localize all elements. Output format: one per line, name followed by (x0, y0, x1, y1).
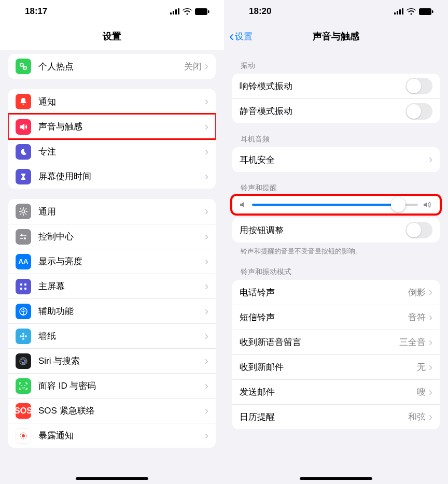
chevron-right-icon: › (205, 355, 208, 367)
slider-track[interactable] (252, 204, 418, 206)
moon-icon (16, 144, 31, 160)
section-headphone: 耳机音频 (241, 135, 431, 144)
settings-screen: 18:17 设置 个人热点 关闭 › (0, 0, 224, 484)
row-label: 电话铃声 (240, 287, 408, 298)
row-value: 嗖 (417, 386, 426, 398)
row-focus[interactable]: 专注 › (8, 139, 216, 164)
page-title: 设置 (103, 30, 121, 42)
row-siri-search[interactable]: Siri 与搜索 › (8, 348, 216, 373)
row-label: 专注 (38, 146, 205, 158)
chevron-right-icon: › (429, 387, 432, 398)
group-button-adjust: 用按钮调整 (232, 218, 440, 243)
row-label: 屏幕使用时间 (38, 170, 205, 182)
svg-rect-0 (170, 12, 172, 15)
row-label: 收到新邮件 (240, 361, 417, 373)
row-label: 耳机安全 (240, 154, 429, 166)
volume-slider[interactable] (232, 196, 440, 213)
chevron-right-icon: › (429, 362, 432, 373)
svg-point-18 (20, 335, 22, 337)
svg-rect-27 (394, 12, 396, 15)
row-label: 控制中心 (38, 231, 205, 243)
slider-fill (252, 204, 398, 206)
row-display-brightness[interactable]: AA 显示与亮度 › (8, 249, 216, 274)
group-notifications: 通知 › 声音与触感 › 专注 › 屏幕使用时间 › (8, 89, 216, 189)
row-label: 发送邮件 (240, 386, 417, 398)
svg-point-15 (22, 335, 24, 337)
grid-icon (16, 279, 31, 294)
row-silent-vibrate[interactable]: 静音模式振动 (232, 98, 440, 123)
home-indicator[interactable] (300, 477, 372, 480)
signal-icon (170, 8, 179, 15)
chevron-left-icon: ‹ (229, 29, 234, 44)
svg-point-22 (22, 360, 25, 363)
toggle-silent-vibrate[interactable] (405, 103, 432, 120)
row-label: 显示与亮度 (38, 255, 205, 267)
row-label: 日历提醒 (240, 411, 408, 423)
battery-icon (195, 8, 209, 15)
svg-rect-4 (195, 8, 207, 15)
row-home-screen[interactable]: 主屏幕 › (8, 274, 216, 298)
row-text-tone[interactable]: 短信铃声 音符 › (232, 305, 440, 330)
svg-rect-32 (432, 10, 433, 13)
svg-rect-12 (24, 288, 26, 290)
chevron-right-icon: › (205, 331, 208, 342)
svg-point-16 (22, 333, 24, 335)
row-wallpaper[interactable]: 墙纸 › (8, 323, 216, 348)
row-label: 暴露通知 (38, 430, 205, 442)
chevron-right-icon: › (205, 206, 208, 217)
group-sounds: 电话铃声 倒影 › 短信铃声 音符 › 收到新语音留言 三全音 › 收到新邮件 … (232, 280, 440, 429)
wifi-icon (407, 8, 416, 15)
group-headphone: 耳机安全 › (232, 147, 440, 172)
svg-rect-31 (419, 8, 431, 15)
toggle-ring-vibrate[interactable] (405, 78, 432, 94)
row-face-id[interactable]: 面容 ID 与密码 › (8, 373, 216, 398)
wifi-icon (183, 8, 192, 15)
chevron-right-icon: › (429, 337, 432, 348)
sounds-haptics-screen: 18:20 ‹ 设置 声音与触感 振动 响铃模式振动 静音模式振动 (224, 0, 448, 484)
row-value: 和弦 (408, 411, 426, 423)
ringer-footer: 铃声和提醒的音量不受音量按钮的影响。 (241, 247, 431, 256)
toggle-button-adjust[interactable] (405, 222, 432, 238)
siri-icon (16, 353, 31, 369)
row-label: 用按钮调整 (240, 224, 405, 236)
row-ring-vibrate[interactable]: 响铃模式振动 (232, 74, 440, 98)
row-value: 音符 (408, 311, 426, 323)
row-value: 无 (417, 361, 426, 373)
row-sos[interactable]: SOS SOS 紧急联络 › (8, 398, 216, 423)
row-accessibility[interactable]: 辅助功能 › (8, 298, 216, 323)
row-sounds-haptics[interactable]: 声音与触感 › (8, 114, 216, 139)
row-ringtone[interactable]: 电话铃声 倒影 › (232, 280, 440, 305)
row-label: 声音与触感 (38, 121, 205, 133)
row-button-adjust[interactable]: 用按钮调整 (232, 218, 440, 243)
row-label: 收到新语音留言 (240, 336, 399, 348)
svg-rect-30 (402, 8, 403, 15)
row-headphone-safety[interactable]: 耳机安全 › (232, 147, 440, 172)
svg-point-17 (22, 338, 24, 340)
row-screen-time[interactable]: 屏幕使用时间 › (8, 164, 216, 189)
row-exposure[interactable]: 暴露通知 › (8, 423, 216, 448)
row-voicemail[interactable]: 收到新语音留言 三全音 › (232, 330, 440, 354)
battery-icon (419, 8, 433, 15)
row-general[interactable]: 通用 › (8, 199, 216, 224)
row-label: 个人热点 (38, 61, 184, 73)
row-notifications[interactable]: 通知 › (8, 89, 216, 114)
svg-rect-2 (175, 9, 177, 15)
slider-thumb[interactable] (391, 197, 405, 212)
svg-rect-10 (24, 283, 26, 286)
row-control-center[interactable]: 控制中心 › (8, 224, 216, 249)
faceid-icon (16, 378, 31, 394)
row-new-mail[interactable]: 收到新邮件 无 › (232, 354, 440, 379)
chevron-right-icon: › (205, 256, 208, 267)
home-indicator[interactable] (76, 477, 148, 480)
gear-icon (16, 204, 31, 219)
chevron-right-icon: › (429, 154, 432, 165)
back-button[interactable]: ‹ 设置 (229, 29, 253, 44)
chevron-right-icon: › (205, 405, 208, 417)
flower-icon (16, 329, 31, 344)
row-calendar[interactable]: 日历提醒 和弦 › (232, 404, 440, 429)
row-personal-hotspot[interactable]: 个人热点 关闭 › (8, 54, 216, 79)
section-vibration: 振动 (241, 61, 431, 70)
row-sent-mail[interactable]: 发送邮件 嗖 › (232, 379, 440, 404)
chevron-right-icon: › (205, 96, 208, 107)
svg-point-14 (23, 308, 24, 310)
